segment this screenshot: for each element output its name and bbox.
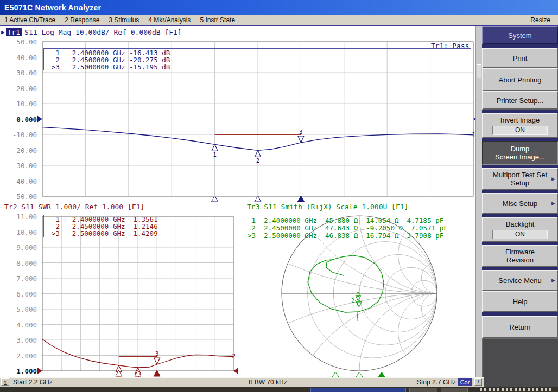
softkey-invert-image[interactable]: Invert ImageON bbox=[482, 113, 558, 138]
tr1-axis-label: 10.00 bbox=[2, 100, 37, 108]
window-titlebar: E5071C Network Analyzer bbox=[0, 0, 558, 15]
marker-number: 3 bbox=[299, 128, 303, 136]
marker-3[interactable]: 3 bbox=[154, 350, 160, 364]
softkey-help[interactable]: Help bbox=[482, 291, 558, 312]
tr2-axis-label: 5.000 bbox=[2, 305, 37, 313]
softkey-state-value: ON bbox=[492, 126, 548, 135]
taskbar-button-fragment[interactable] bbox=[409, 388, 437, 392]
statusbar: 1 Start 2.2 GHz IFBW 70 kHz Stop 2.7 GHz… bbox=[0, 377, 484, 387]
marker-stimulus-indicator bbox=[356, 372, 363, 377]
menu-item-5[interactable]: 5 Instr State bbox=[200, 16, 235, 24]
taskbar-button-fragment[interactable] bbox=[310, 388, 406, 392]
menu-item-2[interactable]: 2 Response bbox=[65, 16, 99, 24]
softkey-label: Backlight bbox=[506, 220, 535, 228]
softkey-scrollbar[interactable] bbox=[475, 26, 482, 377]
marker-2[interactable]: 2 bbox=[255, 150, 261, 164]
measurement-plots: 12311232321 bbox=[0, 26, 475, 377]
submenu-arrow-icon: ▶ bbox=[551, 200, 555, 208]
marker-1[interactable]: 1 bbox=[212, 144, 218, 158]
tr1-axis-label: 0.000 bbox=[2, 115, 37, 124]
softkey-label: Dump bbox=[511, 145, 530, 153]
submenu-arrow-icon: ▶ bbox=[551, 175, 555, 183]
tr2-axis-label: 10.00 bbox=[2, 228, 37, 236]
smith-x-arc bbox=[398, 293, 476, 371]
channel-indicator: 1 bbox=[1, 378, 9, 386]
softkey-service-menu[interactable]: Service Menu▶ bbox=[482, 270, 558, 291]
tr1-axis-label: -40.00 bbox=[2, 177, 37, 185]
scrollbar-thumb[interactable] bbox=[477, 64, 481, 78]
softkey-abort-printing[interactable]: Abort Printing bbox=[482, 68, 558, 91]
sidebar-bottom-filler bbox=[484, 377, 558, 387]
softkey-firmware-revision[interactable]: FirmwareRevision bbox=[482, 245, 558, 267]
submenu-arrow-icon: ▶ bbox=[551, 277, 555, 285]
tr1-badge[interactable]: Tr1 bbox=[6, 28, 22, 36]
tr3-title: Tr3 S11 Smith (R+jX) Scale 1.000U [F1] bbox=[247, 203, 408, 211]
menu-item-4[interactable]: 4 Mkr/Analysis bbox=[148, 16, 191, 24]
sweep-start-readout: Start 2.2 GHz bbox=[13, 378, 53, 386]
softkey-multiport-test-set-setup[interactable]: Multiport Test SetSetup▶ bbox=[482, 168, 558, 190]
active-trace-arrow-icon: ▶ bbox=[1, 29, 5, 36]
menu-item-3[interactable]: 3 Stimulus bbox=[109, 16, 139, 24]
tr2-title: Tr2 S11 SWR 1.000/ Ref 1.000 [F1] bbox=[4, 203, 144, 211]
softkey-label: Printer Setup... bbox=[497, 97, 544, 105]
smith-x-arc bbox=[359, 293, 475, 377]
resize-button[interactable]: Resize bbox=[530, 16, 550, 24]
sweep-stop-readout: Stop 2.7 GHz bbox=[417, 378, 456, 386]
tr1-axis-label: 50.00 bbox=[2, 38, 37, 46]
softkey-label: Screen Image... bbox=[495, 153, 545, 161]
tr2-axis-label: 3.000 bbox=[2, 336, 37, 344]
taskbar-button-fragment[interactable] bbox=[441, 388, 468, 392]
tr1-axis-label: 20.00 bbox=[2, 85, 37, 93]
softkey-label: System bbox=[508, 31, 531, 40]
marker-stimulus-indicator bbox=[378, 372, 385, 377]
marker-number: 3 bbox=[155, 350, 159, 357]
tr1-axis-label: 40.00 bbox=[2, 54, 37, 62]
softkey-label: Revision bbox=[506, 256, 534, 264]
marker-stimulus-indicator bbox=[332, 372, 339, 377]
taskbar-strip bbox=[0, 387, 558, 392]
softkey-label: Multiport Test Set bbox=[493, 171, 547, 179]
marker-triangle bbox=[298, 136, 304, 143]
marker-stimulus-indicator bbox=[212, 196, 218, 202]
tr1-axis-label: -50.00 bbox=[2, 192, 37, 201]
marker-3[interactable]: 3 bbox=[298, 128, 304, 143]
window-title: E5071C Network Analyzer bbox=[4, 3, 101, 12]
marker-stimulus-indicator bbox=[297, 196, 304, 202]
menu-item-1[interactable]: 1 Active Ch/Trace bbox=[4, 16, 55, 24]
softkey-return[interactable]: Return bbox=[482, 316, 558, 338]
tr2-axis-label: 9.000 bbox=[2, 243, 37, 252]
softkey-printer-setup[interactable]: Printer Setup... bbox=[482, 91, 558, 110]
tr1-title: ▶Tr1S11 Log Mag 10.00dB/ Ref 0.000dB [F1… bbox=[1, 28, 182, 36]
marker-number: 2 bbox=[351, 298, 354, 304]
tr3-marker-table: 1 2.4000000 GHz 45.880 Ω -14.054 Ω 4.718… bbox=[248, 217, 448, 240]
marker-triangle bbox=[212, 144, 218, 151]
instrument-window: E5071C Network Analyzer 1 Active Ch/Trac… bbox=[0, 0, 558, 392]
warning-badge[interactable]: ! bbox=[474, 378, 482, 386]
softkey-dump-screen-image[interactable]: DumpScreen Image... bbox=[482, 141, 558, 165]
correction-badge: Cor bbox=[458, 378, 472, 386]
softkey-misc-setup[interactable]: Misc Setup▶ bbox=[482, 193, 558, 214]
softkey-label: Return bbox=[509, 323, 530, 331]
marker-number: 2 bbox=[256, 157, 260, 164]
taskbar-clock-fragment bbox=[480, 388, 551, 391]
softkey-label: Help bbox=[513, 298, 528, 306]
trace-edge-number: 1 bbox=[472, 131, 475, 139]
tr1-axis-label: -10.00 bbox=[2, 131, 37, 139]
tr2-plot: 1232 bbox=[37, 216, 238, 377]
softkey-backlight[interactable]: BacklightON bbox=[482, 217, 558, 242]
softkey-label: Firmware bbox=[505, 248, 535, 256]
tr1-params: S11 Log Mag 10.00dB/ Ref 0.000dB [F1] bbox=[24, 28, 182, 36]
tr2-axis-label: 6.000 bbox=[2, 290, 37, 298]
smith-x-arc bbox=[282, 293, 475, 377]
softkey-label: Invert Image bbox=[500, 116, 540, 124]
softkey-menu: SystemPrintAbort PrintingPrinter Setup..… bbox=[482, 26, 558, 377]
softkey-print[interactable]: Print bbox=[482, 48, 558, 68]
softkey-system[interactable]: System bbox=[482, 26, 558, 44]
tr2-marker-table: 1 2.4000000 GHz 1.3561 2 2.4500000 GHz 1… bbox=[43, 215, 233, 237]
marker-triangle bbox=[255, 150, 261, 157]
tr2-axis-label: 8.000 bbox=[2, 259, 37, 267]
trace-edge-number: 2 bbox=[232, 352, 236, 360]
tr2-axis-label: 7.000 bbox=[2, 274, 37, 282]
ref-level-marker-right bbox=[233, 368, 238, 374]
tr1-marker-table: 1 2.4000000 GHz -16.413 dB 2 2.4500000 G… bbox=[43, 48, 471, 70]
